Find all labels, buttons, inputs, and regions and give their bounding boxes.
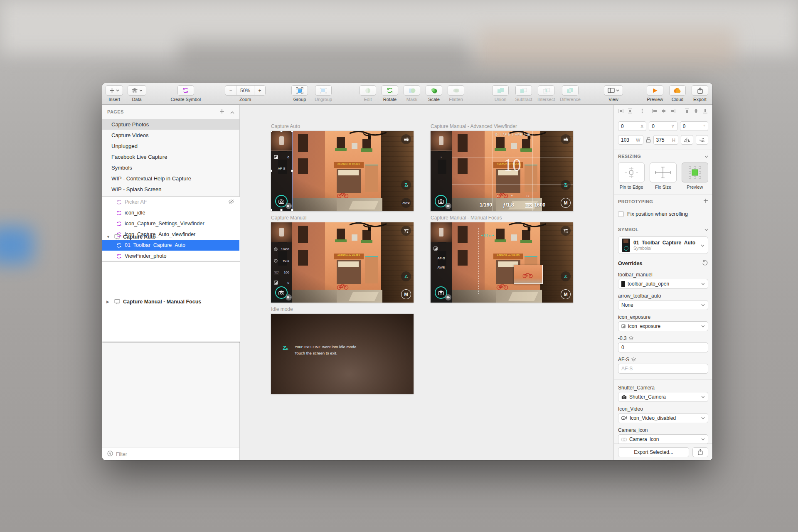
- artboard-label-idle[interactable]: Idle mode: [271, 306, 293, 312]
- video-mode-disabled-icon[interactable]: [286, 203, 292, 209]
- mode-badge[interactable]: M: [561, 198, 571, 208]
- add-prototype-icon[interactable]: [703, 198, 708, 204]
- idle-zz-button[interactable]: Zz: [561, 180, 571, 190]
- symbol-master-select[interactable]: 01_Toolbar_Capture_Auto Symbols/: [618, 236, 708, 254]
- mode-badge[interactable]: M: [561, 289, 571, 299]
- intersect-button[interactable]: [538, 85, 554, 96]
- cloud-button[interactable]: [669, 85, 686, 96]
- layer-item-icon-capture-settings-viewfinder[interactable]: icon_Capture_Settings_Viewfinder: [102, 218, 239, 229]
- reset-overrides-icon[interactable]: [702, 260, 708, 267]
- video-mode-disabled-icon[interactable]: [445, 203, 451, 209]
- flatten-button[interactable]: [448, 85, 464, 96]
- selection-handle[interactable]: [280, 209, 283, 211]
- selection-handle[interactable]: [271, 170, 272, 172]
- resizing-option-fix-size[interactable]: Fix Size: [650, 163, 676, 190]
- edit-button[interactable]: [360, 85, 376, 96]
- toolbar-item-union[interactable]: Union: [492, 85, 509, 102]
- canvas[interactable]: Capture Auto AGENCIA de VIAJES 0 AF-S Zz…: [240, 105, 613, 460]
- zoom-control[interactable]: − 50% +: [225, 85, 266, 96]
- video-mode-disabled-icon[interactable]: [286, 294, 292, 300]
- zoom-in-button[interactable]: +: [254, 86, 265, 95]
- toolbar-item-create-symbol[interactable]: Create Symbol: [171, 85, 201, 102]
- layer-item-capture-manual-manual-focus[interactable]: ▶ Capture Manual - Manual Focus: [102, 261, 245, 342]
- toolbar-item-export[interactable]: Export: [692, 85, 708, 102]
- create-symbol-button[interactable]: [177, 85, 194, 96]
- artboard-label-manual[interactable]: Capture Manual: [271, 215, 306, 221]
- toolbar-item-intersect[interactable]: Intersect: [537, 85, 555, 102]
- rotation-field[interactable]: °: [680, 121, 708, 131]
- toolbar-item-rotate[interactable]: Rotate: [382, 85, 398, 102]
- toolbar-item-scale[interactable]: Scale: [426, 85, 442, 102]
- override-select-shutter-camera[interactable]: Shutter_Camera: [618, 392, 708, 402]
- gallery-thumbnail[interactable]: [431, 131, 452, 151]
- collapse-pages-icon[interactable]: [224, 108, 234, 116]
- artboard-focus[interactable]: AGENCIA de VIAJES AF-S AWB + 3.5 m + Zz …: [431, 222, 573, 303]
- x-input[interactable]: [621, 123, 639, 129]
- share-button[interactable]: [692, 447, 708, 457]
- camera-toolbar-strip[interactable]: AF-S AWB: [431, 222, 452, 303]
- selection-handle[interactable]: [291, 170, 293, 172]
- selection-handle[interactable]: [271, 131, 272, 132]
- scale-button[interactable]: [426, 85, 442, 96]
- artboard-label-advanced[interactable]: Capture Manual - Advanced Viewfinder: [431, 123, 517, 129]
- insert-button[interactable]: [106, 85, 123, 96]
- chevron-down-icon[interactable]: ⌄: [431, 154, 452, 158]
- flip-horizontal-button[interactable]: [681, 135, 693, 145]
- layer-item-icon-capture-auto-viewfinder[interactable]: icon_Capture_Auto_viewfinder: [102, 229, 239, 240]
- settings-sliders-button[interactable]: [401, 226, 411, 236]
- subtract-button[interactable]: [515, 85, 532, 96]
- flip-vertical-button[interactable]: [696, 135, 708, 145]
- height-field[interactable]: H: [653, 135, 679, 145]
- focus-magnifier-box[interactable]: [514, 265, 543, 284]
- resizing-option-pin-to-edge[interactable]: Pin to Edge: [618, 163, 645, 190]
- height-input[interactable]: [656, 137, 671, 143]
- artboard-manual[interactable]: AGENCIA de VIAJES 1/400 f/2.8 ISO100 0 Z…: [271, 222, 414, 303]
- layer-item-picker-af[interactable]: Picker AF: [102, 197, 239, 207]
- rotation-input[interactable]: [683, 123, 702, 129]
- resizing-option-preview[interactable]: Preview: [682, 163, 708, 190]
- toolbar-item-ungroup[interactable]: Ungroup: [315, 85, 332, 102]
- toolbar-item-difference[interactable]: Difference: [560, 85, 581, 102]
- artboard-label-focus[interactable]: Capture Manual - Manual Focus: [431, 215, 502, 221]
- toolbar-item-subtract[interactable]: Subtract: [515, 85, 532, 102]
- mode-badge[interactable]: AUTO: [401, 198, 411, 208]
- toolbar-item-group[interactable]: Group: [291, 85, 308, 102]
- gallery-thumbnail[interactable]: [271, 222, 292, 242]
- layer-item-icon-idle[interactable]: icon_idle: [102, 207, 239, 218]
- toolbar-item-zoom[interactable]: − 50% +Zoom: [225, 85, 266, 102]
- idle-zz-button[interactable]: Zz: [561, 271, 571, 281]
- settings-sliders-button[interactable]: [561, 134, 571, 144]
- idle-zz-button[interactable]: Zz: [401, 271, 411, 281]
- disclosure-triangle[interactable]: ▶: [106, 300, 111, 304]
- mask-button[interactable]: [404, 85, 420, 96]
- settings-sliders-button[interactable]: [561, 226, 571, 236]
- toolbar-item-insert[interactable]: Insert: [106, 85, 123, 102]
- camera-toolbar-strip[interactable]: 1/400 f/2.8 ISO100 0: [271, 222, 292, 303]
- override-select-arrow-toolbar-auto[interactable]: None: [618, 300, 708, 310]
- toolbar-item-cloud[interactable]: Cloud: [669, 85, 686, 102]
- page-item-capture-photos[interactable]: Capture Photos: [102, 119, 239, 130]
- override-select-icon-video[interactable]: Icon_Video_disabled: [618, 413, 708, 423]
- chevron-down-icon[interactable]: [704, 153, 708, 159]
- toolbar-item-flatten[interactable]: Flatten: [448, 85, 464, 102]
- page-item-symbols[interactable]: Symbols: [102, 162, 239, 173]
- layer-item-01-toolbar-capture-auto[interactable]: 01_Toolbar_Capture_Auto: [102, 240, 239, 251]
- preview-button[interactable]: [647, 85, 663, 96]
- page-item-unplugged[interactable]: Unplugged: [102, 140, 239, 151]
- selection-handle[interactable]: [291, 209, 293, 211]
- selection-handle[interactable]: [271, 209, 272, 211]
- override-input--0-3[interactable]: [618, 342, 708, 352]
- ungroup-button[interactable]: [315, 85, 332, 96]
- layer-item-viewfinder-photo[interactable]: ViewFinder_photo: [102, 251, 239, 261]
- override-select-icon-exposure[interactable]: icon_exposure: [618, 321, 708, 331]
- camera-toolbar-strip[interactable]: 0 AF-S: [271, 131, 292, 211]
- selection-handle[interactable]: [280, 131, 283, 132]
- export-button[interactable]: [692, 85, 708, 96]
- union-button[interactable]: [492, 85, 509, 96]
- artboard-label-auto[interactable]: Capture Auto: [271, 123, 300, 129]
- y-position-field[interactable]: Y: [649, 121, 677, 131]
- width-input[interactable]: [621, 137, 634, 143]
- x-position-field[interactable]: X: [618, 121, 646, 131]
- export-selected-button[interactable]: Export Selected...: [618, 447, 689, 457]
- override-text-input[interactable]: [621, 345, 705, 350]
